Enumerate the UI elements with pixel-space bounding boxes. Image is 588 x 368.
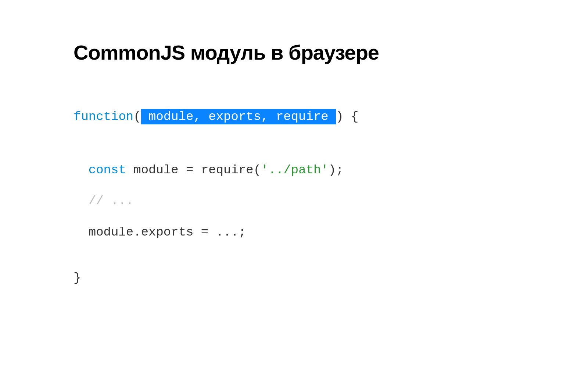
- code-block: function( module, exports, require ) { c…: [74, 105, 514, 290]
- comment: // ...: [89, 194, 133, 208]
- code-line-1: function( module, exports, require ) {: [74, 105, 514, 129]
- keyword-function: function: [74, 110, 133, 124]
- code-line-4: module.exports = ...;: [74, 220, 514, 244]
- code-line-3: // ...: [74, 189, 514, 213]
- paren-close-brace: ) {: [336, 110, 358, 124]
- module-exports: module.exports = ...;: [89, 225, 246, 239]
- indent: [74, 163, 89, 177]
- highlighted-params: module, exports, require: [141, 109, 336, 124]
- slide-title: CommonJS модуль в браузере: [74, 40, 514, 64]
- indent: [74, 225, 89, 239]
- indent: [74, 194, 89, 208]
- assign-text: module = require(: [126, 163, 261, 177]
- string-literal: '../path': [261, 163, 329, 177]
- keyword-const: const: [89, 163, 126, 177]
- close-paren-semi: );: [329, 163, 344, 177]
- code-line-2: const module = require('../path');: [74, 158, 514, 182]
- paren-open: (: [133, 110, 141, 124]
- closing-brace: }: [74, 271, 81, 285]
- code-line-5: }: [74, 266, 514, 290]
